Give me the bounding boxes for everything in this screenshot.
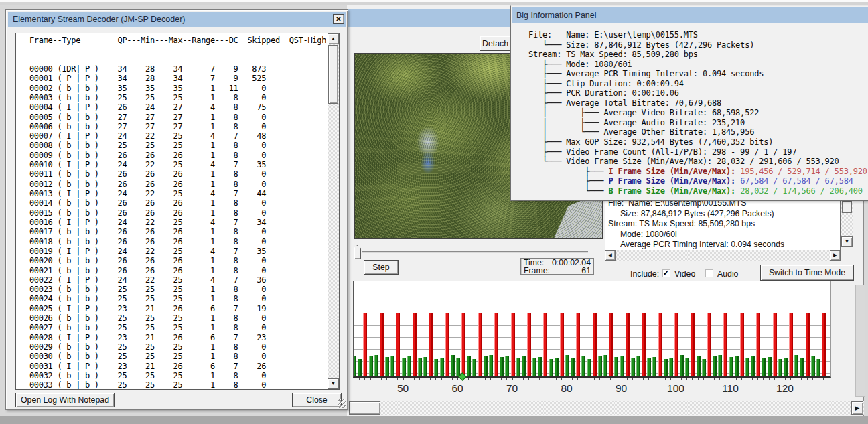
i-frame-bar [527, 313, 531, 376]
axis-tick [774, 378, 775, 380]
esd-titlebar[interactable]: Elementary Stream Decoder (JM-SP Decoder… [8, 12, 346, 27]
axis-tick-label: 120 [774, 382, 796, 395]
axis-tick [654, 378, 654, 380]
axis-tick [397, 378, 398, 380]
axis-tick [780, 378, 780, 380]
table-row: ----------------------------------------… [25, 45, 339, 54]
audio-checkbox-label: Audio [717, 269, 738, 279]
table-row: 00032 ( b | b ) 25 25 25 1 8 0 [25, 371, 339, 380]
docked-info-line: Average PCR Timing Interval: 0.094 secon… [605, 240, 840, 251]
b-frame-bar [794, 355, 798, 376]
i-frame-bar [543, 313, 547, 376]
axis-tick [692, 378, 693, 380]
arrow-left-icon: ◀ [608, 253, 612, 258]
i-frame-bar [740, 313, 744, 376]
axis-tick [354, 378, 354, 380]
axis-tick [512, 378, 513, 380]
i-frame-bar [380, 313, 384, 376]
table-row: 00026 ( b | b ) 25 25 25 1 8 0 [25, 313, 339, 323]
table-row: 00016 ( I | P ) 24 22 25 4 7 34 [25, 218, 339, 227]
b-frame-bar [713, 356, 717, 376]
esd-vscroll-down[interactable]: ▼ [328, 378, 339, 389]
b-frame-bar [598, 356, 602, 376]
audio-checkbox[interactable] [705, 269, 713, 277]
axis-tick [648, 378, 649, 380]
docked-hscroll-left[interactable]: ◀ [605, 250, 616, 261]
axis-tick-label: 100 [664, 382, 687, 395]
axis-tick [370, 378, 371, 380]
table-row: 00018 ( b | b ) 26 26 26 1 8 0 [25, 237, 339, 246]
axis-tick [435, 378, 436, 380]
b-frame-bar [631, 358, 635, 376]
table-row: 00028 ( I | P ) 23 21 26 6 7 23 [25, 333, 339, 342]
i-frame-bar [626, 313, 630, 376]
b-frame-bar [816, 359, 820, 376]
table-row: 00002 ( b | b ) 35 35 35 1 11 0 [25, 84, 339, 93]
i-frame-bar [707, 313, 711, 376]
b-frame-bar [768, 357, 772, 376]
axis-tick [622, 378, 622, 380]
docked-hscroll-right[interactable]: ▶ [830, 250, 841, 261]
i-frame-bar [593, 313, 597, 376]
b-frame-bar [456, 358, 460, 376]
b-frame-bar [571, 358, 575, 376]
axis-tick [480, 378, 480, 380]
axis-tick [409, 378, 409, 380]
b-frame-bar [565, 355, 569, 376]
i-frame-bar [822, 313, 826, 376]
b-frame-bar [587, 359, 591, 376]
arrow-down-icon: ▼ [845, 239, 849, 244]
axis-tick [474, 378, 474, 380]
axis-tick [447, 378, 447, 380]
video-checkbox[interactable]: ✓ [662, 269, 670, 277]
esd-vscroll-up[interactable]: ▲ [328, 33, 339, 44]
bottom-hscrollbar[interactable] [349, 401, 864, 415]
b-frame-bar [685, 358, 689, 376]
table-row: 00000 (IDR| P ) 34 28 34 7 9 873 [25, 64, 339, 74]
axis-tick [452, 378, 453, 380]
axis-tick [686, 378, 687, 380]
i-frame-bar [691, 313, 695, 376]
table-row: 00009 ( b | b ) 26 26 26 1 8 0 [25, 151, 339, 160]
docked-vscroll-down[interactable]: ▼ [841, 236, 853, 247]
table-row: 00029 ( b | b ) 25 25 25 1 8 0 [25, 342, 339, 352]
axis-tick [468, 378, 469, 380]
axis-tick [518, 378, 518, 380]
bottom-hscroll-thumb[interactable] [349, 401, 380, 415]
big-info-titlebar[interactable]: Big Information Panel [512, 7, 868, 23]
esd-vscroll-thumb[interactable] [328, 45, 338, 104]
b-frame-bar [702, 359, 706, 376]
axis-tick [665, 378, 666, 380]
docked-vscroll-thumb[interactable] [842, 201, 852, 213]
axis-tick [752, 378, 753, 380]
docked-hscrollbar[interactable] [605, 250, 841, 261]
app-root: { "icons": {"close":"✕","up":"▲","down":… [0, 0, 868, 424]
detach-button[interactable]: Detach [480, 36, 511, 51]
b-frame-bar [762, 358, 766, 376]
b-frame-bar [407, 356, 411, 376]
resize-grip[interactable] [338, 399, 346, 408]
info-line: │ ├─── Average Video Bitrate: 68,598,522 [528, 108, 867, 118]
bottom-hscroll-right[interactable]: ▶ [851, 401, 863, 415]
i-frame-bar [576, 313, 580, 376]
info-line: ├─── Mode: 1080/60i [528, 60, 867, 70]
axis-tick [731, 378, 731, 380]
info-line: ├─── Clip Duration: 0:00:09.94 [528, 79, 867, 89]
i-frame-bar [511, 313, 515, 376]
esd-frame-list[interactable]: Frame--Type QP---Min---Max--Range---DC S… [15, 33, 340, 390]
close-button[interactable]: Close [292, 393, 342, 407]
seek-track[interactable] [362, 251, 588, 253]
step-button[interactable]: Step [364, 260, 399, 275]
axis-tick [545, 378, 545, 380]
esd-close-button[interactable]: ✕ [333, 14, 344, 24]
info-line: │ ├─── Average Audio Bitrate: 235,210 [528, 118, 867, 128]
b-frame-bar [385, 357, 389, 376]
info-line: ├─── PCR Duration: 0:00:10.06 [528, 88, 867, 98]
b-frame-bar [358, 359, 362, 376]
axis-tick [638, 378, 638, 380]
b-frame-bar [353, 356, 356, 376]
switch-to-time-mode-button[interactable]: Switch to Time Mode [760, 265, 854, 281]
arrow-up-icon: ▲ [331, 36, 336, 42]
open-log-button[interactable]: Open Log With Notepad [15, 393, 115, 407]
seek-thumb[interactable] [354, 245, 361, 259]
